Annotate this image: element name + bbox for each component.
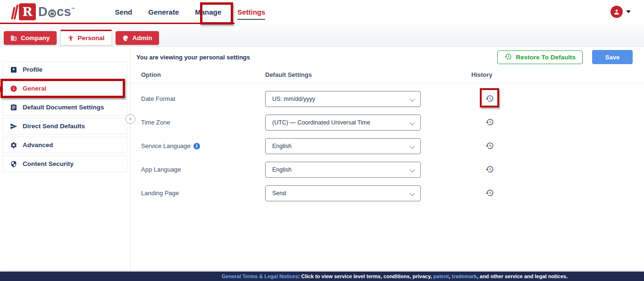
select-value: English bbox=[272, 166, 292, 173]
main-nav: Send Generate Manage Settings bbox=[114, 6, 267, 18]
info-tooltip-icon[interactable]: i bbox=[193, 143, 200, 149]
sidebar-item-label: Advanced bbox=[23, 141, 53, 149]
logo-docs-text: D cs ™ bbox=[38, 5, 75, 19]
chevron-down-icon bbox=[410, 190, 415, 196]
column-headers: Option Default Settings History bbox=[131, 68, 644, 83]
sidebar-item-advanced[interactable]: Advanced bbox=[2, 137, 127, 153]
row-label: Landing Page bbox=[141, 190, 179, 197]
time-zone-select[interactable]: (UTC) — Coordinated Universal Time bbox=[265, 115, 421, 131]
send-icon bbox=[10, 123, 17, 130]
landing-page-select[interactable]: Send bbox=[265, 185, 421, 201]
logo-page-flares-icon bbox=[12, 5, 17, 19]
restore-to-defaults-button[interactable]: Restore To Defaults bbox=[497, 50, 583, 64]
select-value: US: mm/dd/yyyy bbox=[272, 96, 315, 102]
rdocs-settings-page: R D cs ™ Send Generate Manage Settings bbox=[0, 0, 644, 281]
row-app-language: App Language English bbox=[131, 158, 644, 182]
settings-scope-tabs: Company Personal Admin bbox=[0, 24, 644, 47]
logo-letters-cs: cs bbox=[57, 5, 71, 19]
history-button-app-language[interactable] bbox=[485, 165, 494, 174]
chevron-down-icon bbox=[410, 143, 415, 149]
nav-send[interactable]: Send bbox=[114, 6, 134, 18]
patent-link[interactable]: patent bbox=[433, 273, 449, 279]
date-format-select[interactable]: US: mm/dd/yyyy bbox=[265, 91, 421, 107]
nav-generate[interactable]: Generate bbox=[147, 6, 180, 18]
trademark-symbol: ™ bbox=[71, 7, 75, 11]
settings-rows: Date Format US: mm/dd/yyyy Time Zone (UT… bbox=[131, 87, 644, 205]
row-label: App Language bbox=[141, 166, 181, 173]
logo-r-mark-icon: R bbox=[19, 3, 36, 20]
footer-text: , and other service and legal notices. bbox=[477, 273, 568, 279]
general-terms-link[interactable]: General Terms & Legal Notices bbox=[222, 273, 298, 279]
logo-letter-d: D bbox=[38, 5, 48, 19]
sidebar-item-direct-send-defaults[interactable]: Direct Send Defaults bbox=[2, 118, 127, 134]
chevron-down-icon bbox=[410, 96, 415, 101]
history-button-time-zone[interactable] bbox=[485, 118, 494, 127]
sidebar-item-content-security[interactable]: Content Security bbox=[2, 156, 127, 172]
history-button-landing-page[interactable] bbox=[485, 189, 494, 198]
sidebar-item-default-document-settings[interactable]: Default Document Settings bbox=[2, 99, 127, 116]
sidebar-item-label: Profile bbox=[23, 66, 42, 73]
sidebar-collapse-button[interactable]: ‹ bbox=[125, 114, 135, 124]
history-button-date-format[interactable] bbox=[485, 94, 494, 104]
settings-main-panel: You are viewing your personal settings R… bbox=[131, 47, 644, 272]
sidebar-item-label: Default Document Settings bbox=[23, 104, 104, 111]
gear-icon bbox=[10, 141, 17, 149]
profile-badge-icon bbox=[10, 66, 17, 74]
app-language-select[interactable]: English bbox=[265, 162, 421, 178]
nav-manage[interactable]: Manage bbox=[194, 6, 222, 18]
viewing-note: You are viewing your personal settings bbox=[136, 54, 250, 61]
clipboard-icon bbox=[10, 104, 17, 111]
user-menu[interactable] bbox=[611, 6, 631, 18]
settings-body: Profile General Default Document Setting… bbox=[0, 47, 644, 272]
row-label: Date Format bbox=[141, 95, 175, 102]
save-button[interactable]: Save bbox=[592, 50, 633, 64]
info-icon bbox=[10, 85, 17, 92]
trademark-link[interactable]: trademark bbox=[452, 273, 477, 279]
chevron-down-icon[interactable] bbox=[626, 10, 631, 13]
row-landing-page: Landing Page Send bbox=[131, 182, 644, 205]
legal-footer: General Terms & Legal Notices: Click to … bbox=[0, 272, 644, 281]
header-red-accent bbox=[0, 23, 234, 24]
restore-button-label: Restore To Defaults bbox=[516, 54, 576, 61]
shield-icon bbox=[10, 160, 17, 168]
row-label: Time Zone bbox=[141, 119, 170, 126]
sidebar-item-general[interactable]: General bbox=[2, 80, 127, 97]
person-icon bbox=[67, 35, 74, 41]
shield-gear-icon bbox=[122, 35, 129, 41]
column-history: History bbox=[471, 71, 493, 78]
chevron-down-icon bbox=[410, 120, 415, 125]
user-avatar-icon[interactable] bbox=[611, 6, 623, 18]
tab-admin-label: Admin bbox=[133, 34, 152, 41]
building-icon bbox=[10, 35, 17, 41]
select-value: (UTC) — Coordinated Universal Time bbox=[272, 119, 370, 126]
column-default-settings: Default Settings bbox=[265, 71, 312, 78]
select-value: Send bbox=[272, 190, 286, 197]
nav-settings[interactable]: Settings bbox=[236, 6, 266, 18]
footer-text: : Click to view service level terms, con… bbox=[298, 273, 434, 279]
tab-personal-label: Personal bbox=[78, 34, 105, 41]
row-time-zone: Time Zone (UTC) — Coordinated Universal … bbox=[131, 111, 644, 134]
row-service-language: Service Language i English bbox=[131, 134, 644, 158]
history-button-service-language[interactable] bbox=[485, 141, 494, 151]
service-language-select[interactable]: English bbox=[265, 138, 421, 154]
sidebar-item-label: Content Security bbox=[23, 160, 74, 167]
row-date-format: Date Format US: mm/dd/yyyy bbox=[131, 87, 644, 111]
tab-company-label: Company bbox=[21, 34, 50, 41]
tab-admin[interactable]: Admin bbox=[116, 31, 159, 45]
select-value: English bbox=[272, 143, 292, 149]
sidebar-item-label: General bbox=[23, 85, 46, 92]
logo-lock-o-icon bbox=[48, 9, 56, 17]
tab-personal[interactable]: Personal bbox=[60, 30, 112, 45]
tab-company[interactable]: Company bbox=[4, 31, 57, 45]
restore-icon bbox=[504, 53, 512, 62]
rdocs-logo[interactable]: R D cs ™ bbox=[12, 3, 75, 20]
app-header: R D cs ™ Send Generate Manage Settings bbox=[0, 0, 644, 24]
sidebar-item-label: Direct Send Defaults bbox=[23, 123, 85, 130]
settings-sidebar: Profile General Default Document Setting… bbox=[0, 47, 131, 272]
column-option: Option bbox=[141, 71, 161, 78]
row-label: Service Language i bbox=[141, 142, 200, 149]
sidebar-item-profile[interactable]: Profile bbox=[2, 61, 127, 78]
chevron-down-icon bbox=[410, 167, 415, 172]
